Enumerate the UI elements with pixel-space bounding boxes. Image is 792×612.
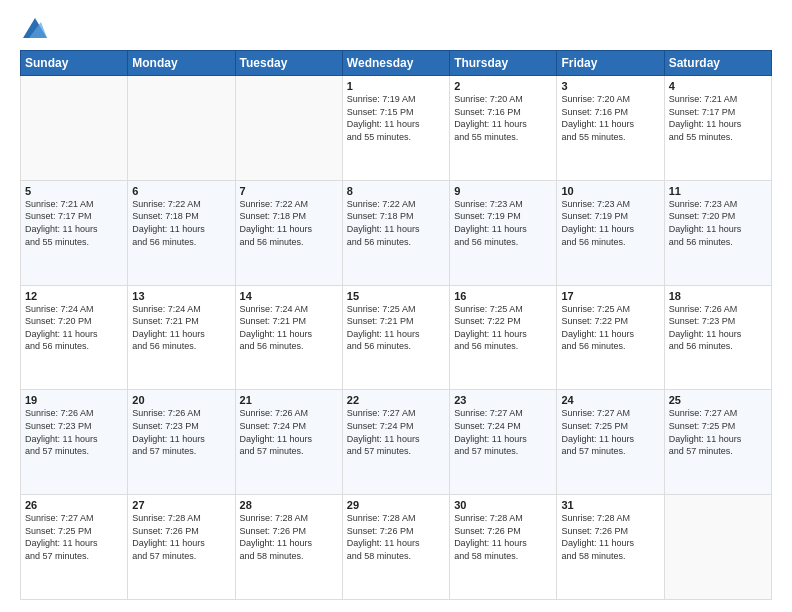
logo — [20, 16, 47, 40]
calendar-table: SundayMondayTuesdayWednesdayThursdayFrid… — [20, 50, 772, 600]
weekday-header-sunday: Sunday — [21, 51, 128, 76]
calendar-cell — [664, 495, 771, 600]
calendar-cell: 14Sunrise: 7:24 AM Sunset: 7:21 PM Dayli… — [235, 285, 342, 390]
day-number: 31 — [561, 499, 659, 511]
day-number: 26 — [25, 499, 123, 511]
calendar-cell: 19Sunrise: 7:26 AM Sunset: 7:23 PM Dayli… — [21, 390, 128, 495]
day-number: 29 — [347, 499, 445, 511]
day-info: Sunrise: 7:24 AM Sunset: 7:21 PM Dayligh… — [132, 303, 230, 353]
calendar-cell: 2Sunrise: 7:20 AM Sunset: 7:16 PM Daylig… — [450, 76, 557, 181]
day-info: Sunrise: 7:22 AM Sunset: 7:18 PM Dayligh… — [347, 198, 445, 248]
calendar-cell: 28Sunrise: 7:28 AM Sunset: 7:26 PM Dayli… — [235, 495, 342, 600]
day-info: Sunrise: 7:21 AM Sunset: 7:17 PM Dayligh… — [25, 198, 123, 248]
day-number: 21 — [240, 394, 338, 406]
weekday-header-thursday: Thursday — [450, 51, 557, 76]
calendar-cell: 10Sunrise: 7:23 AM Sunset: 7:19 PM Dayli… — [557, 180, 664, 285]
day-number: 12 — [25, 290, 123, 302]
week-row-0: 1Sunrise: 7:19 AM Sunset: 7:15 PM Daylig… — [21, 76, 772, 181]
day-number: 17 — [561, 290, 659, 302]
calendar-cell — [128, 76, 235, 181]
calendar-cell: 17Sunrise: 7:25 AM Sunset: 7:22 PM Dayli… — [557, 285, 664, 390]
day-info: Sunrise: 7:25 AM Sunset: 7:22 PM Dayligh… — [561, 303, 659, 353]
day-number: 25 — [669, 394, 767, 406]
day-number: 16 — [454, 290, 552, 302]
calendar-cell: 6Sunrise: 7:22 AM Sunset: 7:18 PM Daylig… — [128, 180, 235, 285]
logo-icon — [23, 16, 47, 40]
weekday-header-row: SundayMondayTuesdayWednesdayThursdayFrid… — [21, 51, 772, 76]
day-number: 18 — [669, 290, 767, 302]
calendar-cell: 30Sunrise: 7:28 AM Sunset: 7:26 PM Dayli… — [450, 495, 557, 600]
calendar-cell: 20Sunrise: 7:26 AM Sunset: 7:23 PM Dayli… — [128, 390, 235, 495]
calendar-cell: 5Sunrise: 7:21 AM Sunset: 7:17 PM Daylig… — [21, 180, 128, 285]
day-number: 19 — [25, 394, 123, 406]
day-info: Sunrise: 7:20 AM Sunset: 7:16 PM Dayligh… — [561, 93, 659, 143]
day-info: Sunrise: 7:22 AM Sunset: 7:18 PM Dayligh… — [240, 198, 338, 248]
day-info: Sunrise: 7:27 AM Sunset: 7:25 PM Dayligh… — [25, 512, 123, 562]
week-row-4: 26Sunrise: 7:27 AM Sunset: 7:25 PM Dayli… — [21, 495, 772, 600]
day-info: Sunrise: 7:26 AM Sunset: 7:24 PM Dayligh… — [240, 407, 338, 457]
week-row-1: 5Sunrise: 7:21 AM Sunset: 7:17 PM Daylig… — [21, 180, 772, 285]
day-number: 30 — [454, 499, 552, 511]
day-number: 10 — [561, 185, 659, 197]
calendar-cell: 4Sunrise: 7:21 AM Sunset: 7:17 PM Daylig… — [664, 76, 771, 181]
calendar-cell: 3Sunrise: 7:20 AM Sunset: 7:16 PM Daylig… — [557, 76, 664, 181]
day-info: Sunrise: 7:24 AM Sunset: 7:20 PM Dayligh… — [25, 303, 123, 353]
day-info: Sunrise: 7:23 AM Sunset: 7:20 PM Dayligh… — [669, 198, 767, 248]
calendar-cell: 23Sunrise: 7:27 AM Sunset: 7:24 PM Dayli… — [450, 390, 557, 495]
day-info: Sunrise: 7:28 AM Sunset: 7:26 PM Dayligh… — [347, 512, 445, 562]
calendar-cell: 9Sunrise: 7:23 AM Sunset: 7:19 PM Daylig… — [450, 180, 557, 285]
week-row-2: 12Sunrise: 7:24 AM Sunset: 7:20 PM Dayli… — [21, 285, 772, 390]
weekday-header-monday: Monday — [128, 51, 235, 76]
day-info: Sunrise: 7:28 AM Sunset: 7:26 PM Dayligh… — [240, 512, 338, 562]
day-number: 2 — [454, 80, 552, 92]
day-info: Sunrise: 7:27 AM Sunset: 7:25 PM Dayligh… — [561, 407, 659, 457]
calendar-cell: 29Sunrise: 7:28 AM Sunset: 7:26 PM Dayli… — [342, 495, 449, 600]
calendar-cell — [21, 76, 128, 181]
day-info: Sunrise: 7:20 AM Sunset: 7:16 PM Dayligh… — [454, 93, 552, 143]
day-number: 3 — [561, 80, 659, 92]
day-info: Sunrise: 7:21 AM Sunset: 7:17 PM Dayligh… — [669, 93, 767, 143]
day-info: Sunrise: 7:28 AM Sunset: 7:26 PM Dayligh… — [454, 512, 552, 562]
calendar-cell: 31Sunrise: 7:28 AM Sunset: 7:26 PM Dayli… — [557, 495, 664, 600]
day-info: Sunrise: 7:19 AM Sunset: 7:15 PM Dayligh… — [347, 93, 445, 143]
day-info: Sunrise: 7:26 AM Sunset: 7:23 PM Dayligh… — [669, 303, 767, 353]
day-info: Sunrise: 7:26 AM Sunset: 7:23 PM Dayligh… — [132, 407, 230, 457]
calendar-cell: 18Sunrise: 7:26 AM Sunset: 7:23 PM Dayli… — [664, 285, 771, 390]
calendar-cell: 13Sunrise: 7:24 AM Sunset: 7:21 PM Dayli… — [128, 285, 235, 390]
calendar-cell: 15Sunrise: 7:25 AM Sunset: 7:21 PM Dayli… — [342, 285, 449, 390]
calendar-cell: 26Sunrise: 7:27 AM Sunset: 7:25 PM Dayli… — [21, 495, 128, 600]
day-number: 8 — [347, 185, 445, 197]
calendar-cell: 21Sunrise: 7:26 AM Sunset: 7:24 PM Dayli… — [235, 390, 342, 495]
day-number: 1 — [347, 80, 445, 92]
day-number: 22 — [347, 394, 445, 406]
calendar-cell: 7Sunrise: 7:22 AM Sunset: 7:18 PM Daylig… — [235, 180, 342, 285]
day-number: 14 — [240, 290, 338, 302]
day-info: Sunrise: 7:28 AM Sunset: 7:26 PM Dayligh… — [561, 512, 659, 562]
day-info: Sunrise: 7:23 AM Sunset: 7:19 PM Dayligh… — [454, 198, 552, 248]
calendar-cell — [235, 76, 342, 181]
header — [20, 16, 772, 40]
day-info: Sunrise: 7:23 AM Sunset: 7:19 PM Dayligh… — [561, 198, 659, 248]
day-info: Sunrise: 7:27 AM Sunset: 7:24 PM Dayligh… — [454, 407, 552, 457]
day-info: Sunrise: 7:26 AM Sunset: 7:23 PM Dayligh… — [25, 407, 123, 457]
day-number: 23 — [454, 394, 552, 406]
calendar-cell: 25Sunrise: 7:27 AM Sunset: 7:25 PM Dayli… — [664, 390, 771, 495]
day-number: 20 — [132, 394, 230, 406]
calendar-cell: 27Sunrise: 7:28 AM Sunset: 7:26 PM Dayli… — [128, 495, 235, 600]
day-number: 15 — [347, 290, 445, 302]
calendar-cell: 22Sunrise: 7:27 AM Sunset: 7:24 PM Dayli… — [342, 390, 449, 495]
day-number: 11 — [669, 185, 767, 197]
calendar-cell: 11Sunrise: 7:23 AM Sunset: 7:20 PM Dayli… — [664, 180, 771, 285]
day-info: Sunrise: 7:22 AM Sunset: 7:18 PM Dayligh… — [132, 198, 230, 248]
page: SundayMondayTuesdayWednesdayThursdayFrid… — [0, 0, 792, 612]
day-number: 28 — [240, 499, 338, 511]
day-info: Sunrise: 7:27 AM Sunset: 7:25 PM Dayligh… — [669, 407, 767, 457]
day-number: 13 — [132, 290, 230, 302]
day-info: Sunrise: 7:24 AM Sunset: 7:21 PM Dayligh… — [240, 303, 338, 353]
weekday-header-wednesday: Wednesday — [342, 51, 449, 76]
day-number: 4 — [669, 80, 767, 92]
weekday-header-tuesday: Tuesday — [235, 51, 342, 76]
weekday-header-friday: Friday — [557, 51, 664, 76]
calendar-cell: 1Sunrise: 7:19 AM Sunset: 7:15 PM Daylig… — [342, 76, 449, 181]
day-number: 7 — [240, 185, 338, 197]
